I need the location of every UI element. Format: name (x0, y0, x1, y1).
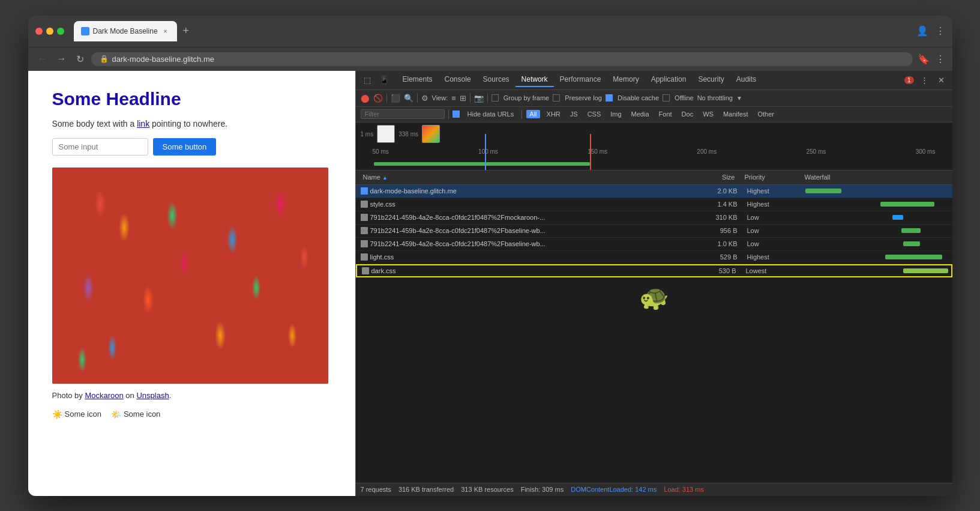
tab-sources[interactable]: Sources (477, 73, 516, 87)
group-by-frame-checkbox[interactable] (492, 94, 499, 101)
tab-application[interactable]: Application (645, 73, 693, 87)
filter-manifest[interactable]: Manifest (720, 110, 751, 118)
devtools-inspect-icon[interactable]: ⬚ (361, 74, 374, 86)
row-priority: Low (742, 214, 802, 221)
filter-input[interactable] (361, 109, 445, 119)
col-name-header[interactable]: Name ▲ (358, 174, 680, 181)
photo-credit-prefix: Photo by (52, 391, 85, 400)
maximize-button[interactable] (57, 28, 64, 35)
reload-button[interactable]: ↻ (74, 52, 86, 66)
active-tab[interactable]: 🌐 Dark Mode Baseline × (74, 21, 177, 41)
row-size: 529 B (682, 253, 742, 261)
timeline-label-338ms: 338 ms (398, 131, 418, 138)
tab-title: Dark Mode Baseline (93, 27, 158, 35)
forward-button[interactable]: → (55, 52, 69, 65)
clear-button[interactable]: 🚫 (373, 94, 383, 103)
row-name-text: 791b2241-459b-4a2e-8cca-c0fdc21f0487%2Fb… (370, 240, 546, 247)
file-icon (361, 214, 368, 221)
body-link[interactable]: link (137, 119, 149, 129)
filter-ws[interactable]: WS (700, 110, 717, 118)
search-icon[interactable]: 🔍 (404, 94, 413, 103)
table-row[interactable]: 791b2241-459b-4a2e-8cca-c0fdc21f0487%2Fb… (356, 238, 952, 251)
filter-js[interactable]: JS (567, 110, 581, 118)
minimize-button[interactable] (46, 28, 53, 35)
timeline-thumb-2[interactable] (422, 125, 440, 143)
table-row[interactable]: dark-mode-baseline.glitch.me 2.0 KB High… (356, 185, 952, 198)
devtools-close-icon[interactable]: ✕ (935, 74, 948, 86)
filter-icon-2[interactable]: ⚙ (421, 94, 428, 103)
bookmark-icon[interactable]: 🔖 (918, 53, 930, 65)
filter-font[interactable]: Font (656, 110, 675, 118)
lock-icon: 🔒 (100, 55, 109, 63)
tab-console[interactable]: Console (439, 73, 477, 87)
table-row[interactable]: 791b2241-459b-4a2e-8cca-c0fdc21f0487%2Fm… (356, 211, 952, 225)
throttling-dropdown[interactable]: ▼ (736, 95, 742, 101)
file-icon (361, 187, 368, 195)
table-row[interactable]: style.css 1.4 KB Highest (356, 198, 952, 211)
filter-xhr[interactable]: XHR (544, 110, 564, 118)
address-bar[interactable]: 🔒 dark-mode-baseline.glitch.me (91, 52, 913, 66)
row-priority: Highest (742, 187, 802, 195)
col-waterfall-header[interactable]: Waterfall (800, 174, 950, 181)
tab-elements[interactable]: Elements (397, 73, 439, 87)
timeline-label-1ms: 1 ms (361, 131, 374, 138)
ruler-100ms: 100 ms (478, 148, 498, 155)
filter-media[interactable]: Media (628, 110, 652, 118)
tab-close-button[interactable]: × (161, 28, 170, 35)
row-name-text: 791b2241-459b-4a2e-8cca-c0fdc21f0487%2Fm… (370, 214, 546, 221)
capture-icon[interactable]: 📷 (474, 94, 484, 103)
ruler-300ms: 300 ms (916, 148, 936, 155)
row-waterfall (802, 250, 952, 264)
disable-cache-checkbox[interactable] (606, 94, 613, 101)
row-name: dark.css (357, 267, 681, 274)
row-name-text: light.css (370, 253, 394, 261)
tab-audits[interactable]: Audits (730, 73, 762, 87)
row-name-text: dark-mode-baseline.glitch.me (370, 187, 457, 195)
devtools-device-icon[interactable]: 📱 (376, 74, 392, 86)
preserve-log-checkbox[interactable] (553, 94, 560, 101)
some-button[interactable]: Some button (153, 138, 217, 156)
table-row-highlighted[interactable]: dark.css 530 B Lowest (356, 264, 952, 277)
record-button[interactable]: ⬤ (361, 94, 370, 103)
tab-memory[interactable]: Memory (607, 73, 645, 87)
col-priority-header[interactable]: Priority (740, 174, 800, 181)
filter-img[interactable]: Img (607, 110, 624, 118)
sort-icon: ▲ (382, 175, 388, 181)
some-input[interactable] (52, 138, 148, 156)
more-icon[interactable]: ⋮ (936, 53, 945, 65)
timeline-thumb-1[interactable] (377, 125, 395, 143)
filter-icon[interactable]: ⬛ (391, 94, 400, 103)
tab-network[interactable]: Network (516, 73, 554, 87)
hide-data-urls-checkbox[interactable] (452, 110, 460, 118)
offline-checkbox[interactable] (663, 94, 670, 101)
filter-css[interactable]: CSS (585, 110, 604, 118)
view-icon-2[interactable]: ⊞ (460, 94, 466, 103)
body-text-suffix: pointing to nowhere. (149, 119, 227, 129)
unsplash-link[interactable]: Unsplash (136, 391, 169, 400)
offline-label: Offline (675, 94, 694, 101)
tab-performance[interactable]: Performance (554, 73, 607, 87)
col-size-header[interactable]: Size (680, 174, 740, 181)
filter-all[interactable]: All (526, 110, 540, 118)
menu-icon[interactable]: ⋮ (936, 25, 945, 37)
new-tab-button[interactable]: + (179, 25, 193, 37)
devtools-more-icon[interactable]: ⋮ (918, 74, 931, 86)
table-row[interactable]: light.css 529 B Highest (356, 251, 952, 264)
timeline-thumbnails: 1 ms 338 ms (356, 122, 952, 147)
row-priority: Lowest (741, 267, 801, 274)
icon-label-1: Some icon (65, 410, 101, 419)
waterfall-bar (903, 268, 948, 273)
filter-doc[interactable]: Doc (679, 110, 697, 118)
close-button[interactable] (35, 28, 43, 35)
title-bar-icons: 👤 ⋮ (916, 25, 945, 37)
back-button[interactable]: ← (35, 52, 50, 65)
table-row[interactable]: 791b2241-459b-4a2e-8cca-c0fdc21f0487%2Fb… (356, 225, 952, 238)
tab-security[interactable]: Security (692, 73, 730, 87)
view-icon-1[interactable]: ≡ (451, 94, 456, 103)
filter-other[interactable]: Other (754, 110, 777, 118)
photo-credit-middle: on (124, 391, 137, 400)
mockaroon-link[interactable]: Mockaroon (85, 391, 123, 400)
network-table[interactable]: Name ▲ Size Priority Waterfall dark-mode… (356, 171, 952, 483)
profile-icon[interactable]: 👤 (916, 25, 928, 37)
filter-separator (448, 109, 449, 119)
